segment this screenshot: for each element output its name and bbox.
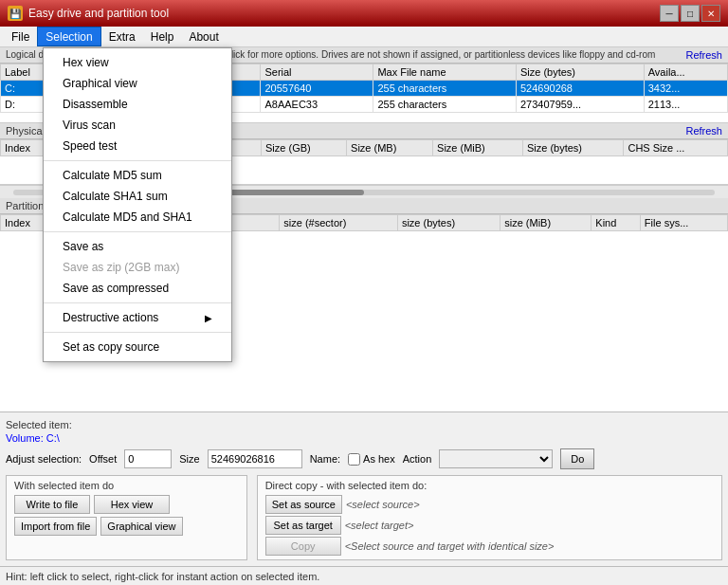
part-col-kind: Kind bbox=[592, 215, 641, 231]
scrollbar-thumb bbox=[224, 190, 364, 195]
phys-col-size-gb: Size (GB) bbox=[262, 140, 347, 156]
dropdown-virus-scan[interactable]: Virus scan bbox=[44, 115, 231, 136]
direct-copy-title: Direct copy - with selected item do: bbox=[265, 480, 714, 491]
set-as-target-btn[interactable]: Set as target bbox=[265, 516, 341, 535]
dc-target-row: Set as target <select target> bbox=[265, 516, 714, 535]
dropdown-graphical-view[interactable]: Graphical view bbox=[44, 73, 231, 94]
source-value: <select source> bbox=[346, 499, 420, 510]
separator-2 bbox=[44, 231, 231, 232]
direct-copy-buttons: Set as source <select source> Set as tar… bbox=[265, 495, 714, 556]
dropdown-calc-md5[interactable]: Calculate MD5 sum bbox=[44, 165, 231, 186]
dropdown-calc-sha1[interactable]: Calculate SHA1 sum bbox=[44, 186, 231, 207]
name-label: Name: bbox=[310, 453, 340, 465]
logical-refresh-btn[interactable]: Refresh bbox=[685, 49, 722, 61]
selected-item-display: Selected item: Volume: C:\ bbox=[6, 418, 722, 445]
menu-help[interactable]: Help bbox=[143, 27, 182, 46]
action-select[interactable] bbox=[439, 449, 553, 468]
maximize-button[interactable]: □ bbox=[681, 5, 700, 22]
title-bar: 💾 Easy drive and partition tool ─ □ ✕ bbox=[0, 0, 728, 27]
as-hex-checkbox[interactable] bbox=[348, 453, 360, 466]
col-max-file: Max File name bbox=[373, 64, 517, 81]
part-col-size-mib: size (MiB) bbox=[500, 215, 592, 231]
phys-col-size-mib: Size (MiB) bbox=[433, 140, 523, 156]
hex-view-btn[interactable]: Hex view bbox=[94, 495, 170, 514]
offset-label: Offset bbox=[89, 453, 117, 465]
part-col-size-bytes: size (bytes) bbox=[397, 215, 500, 231]
copy-btn[interactable]: Copy bbox=[265, 537, 341, 556]
col-serial: Serial bbox=[261, 64, 373, 81]
col-avail: Availa... bbox=[644, 64, 727, 81]
separator-4 bbox=[44, 332, 231, 333]
with-panel-title: With selected item do bbox=[14, 480, 239, 491]
selection-dropdown: Hex view Graphical view Disassemble Viru… bbox=[43, 47, 232, 362]
write-to-file-btn[interactable]: Write to file bbox=[14, 495, 90, 514]
target-value: <select target> bbox=[345, 520, 414, 531]
dropdown-hex-view[interactable]: Hex view bbox=[44, 52, 231, 73]
minimize-button[interactable]: ─ bbox=[660, 5, 679, 22]
menu-file[interactable]: File bbox=[4, 27, 37, 46]
bottom-panels: Selected item: Volume: C:\ Adjust select… bbox=[0, 411, 728, 566]
graphical-view-btn[interactable]: Graphical view bbox=[100, 517, 182, 536]
part-col-file-sys: File sys... bbox=[640, 215, 727, 231]
separator-3 bbox=[44, 302, 231, 303]
offset-input[interactable] bbox=[124, 449, 172, 468]
phys-col-size-bytes: Size (bytes) bbox=[522, 140, 624, 156]
dc-copy-row: Copy <Select source and target with iden… bbox=[265, 537, 714, 556]
dropdown-save-as-zip: Save as zip (2GB max) bbox=[44, 257, 231, 278]
size-input[interactable] bbox=[208, 449, 302, 468]
dropdown-calc-md5-sha1[interactable]: Calculate MD5 and SHA1 bbox=[44, 207, 231, 228]
dc-source-row: Set as source <select source> bbox=[265, 495, 714, 514]
menu-extra[interactable]: Extra bbox=[101, 27, 143, 46]
dropdown-save-as[interactable]: Save as bbox=[44, 236, 231, 257]
dropdown-speed-test[interactable]: Speed test bbox=[44, 136, 231, 156]
window-controls: ─ □ ✕ bbox=[660, 5, 720, 22]
import-from-file-btn[interactable]: Import from file bbox=[14, 517, 97, 536]
dropdown-disassemble[interactable]: Disassemble bbox=[44, 94, 231, 115]
menu-about[interactable]: About bbox=[181, 27, 226, 46]
physical-refresh-btn[interactable]: Refresh bbox=[685, 125, 722, 137]
action-label: Action bbox=[403, 453, 432, 465]
selected-item-label: Selected item: bbox=[6, 419, 72, 430]
size-label: Size bbox=[179, 453, 199, 465]
with-panel-buttons-2: Import from file Graphical view bbox=[14, 517, 239, 536]
identical-size-value: <Select source and target with identical… bbox=[345, 540, 555, 552]
as-hex-label: As hex bbox=[348, 453, 395, 466]
set-as-source-btn[interactable]: Set as source bbox=[265, 495, 342, 514]
hint-bar: Hint: left click to select, right-click … bbox=[0, 566, 728, 585]
do-button[interactable]: Do bbox=[560, 448, 594, 469]
dropdown-destructive[interactable]: Destructive actions ▶ bbox=[44, 307, 231, 328]
title-text: Easy drive and partition tool bbox=[28, 7, 169, 20]
menu-selection[interactable]: Selection bbox=[37, 27, 100, 46]
adjust-selection-row: Adjust selection: Offset Size Name: As h… bbox=[6, 448, 722, 469]
adjust-label: Adjust selection: bbox=[6, 453, 82, 465]
dropdown-save-compressed[interactable]: Save as compressed bbox=[44, 278, 231, 299]
phys-col-chs: CHS Size ... bbox=[624, 140, 728, 156]
with-panel-buttons: Write to file Hex view bbox=[14, 495, 239, 514]
separator-1 bbox=[44, 160, 231, 161]
col-size-bytes: Size (bytes) bbox=[516, 64, 644, 81]
selected-item-value: Volume: C:\ bbox=[6, 432, 60, 444]
part-col-size-sector: size (#sector) bbox=[280, 215, 398, 231]
with-selected-row: With selected item do Write to file Hex … bbox=[6, 475, 722, 560]
direct-copy-panel: Direct copy - with selected item do: Set… bbox=[257, 475, 722, 560]
dropdown-set-copy-source[interactable]: Set as copy source bbox=[44, 337, 231, 357]
with-selected-panel: With selected item do Write to file Hex … bbox=[6, 475, 247, 560]
close-button[interactable]: ✕ bbox=[701, 5, 720, 22]
menu-bar: File Selection Extra Help About bbox=[0, 27, 728, 47]
phys-col-size-mb: Size (MB) bbox=[347, 140, 433, 156]
hint-text: Hint: left click to select, right-click … bbox=[6, 571, 319, 582]
app-icon: 💾 bbox=[8, 6, 23, 21]
submenu-arrow: ▶ bbox=[205, 313, 212, 323]
